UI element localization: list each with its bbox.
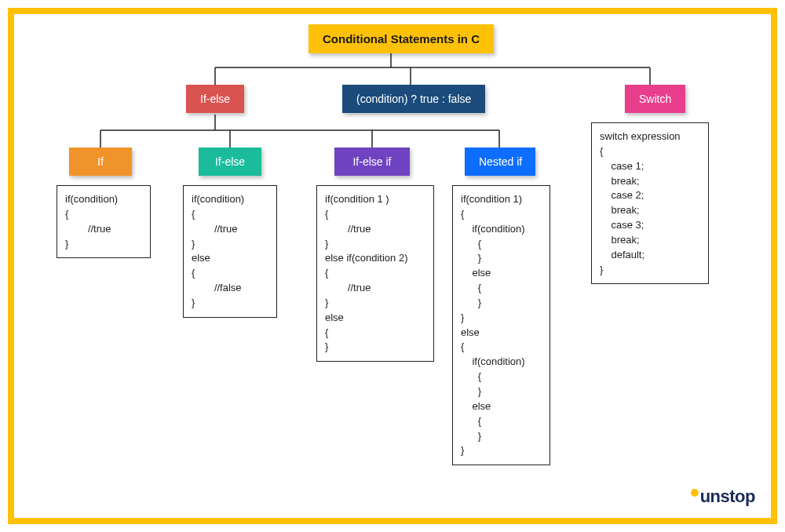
root-node: Conditional Statements in C — [309, 24, 494, 53]
code-nested: if(condition 1) { if(condition) { } else… — [452, 185, 550, 465]
node-nested-if: Nested if — [465, 148, 535, 176]
logo-text: unstop — [700, 486, 755, 506]
node-if: If — [69, 148, 132, 176]
node-ifelse: If-else — [186, 85, 244, 113]
code-if: if(condition) { //true } — [57, 185, 151, 258]
node-ternary: (condition) ? true : false — [342, 85, 485, 113]
brand-logo: unstop — [691, 486, 755, 507]
code-switch: switch expression { case 1; break; case … — [591, 122, 709, 284]
node-switch: Switch — [625, 85, 685, 113]
node-elif: If-else if — [334, 148, 410, 176]
logo-dot-icon — [691, 489, 699, 497]
node-ifelse-sub: If-else — [199, 148, 261, 176]
code-elif: if(condition 1 ) { //true } else if(cond… — [316, 185, 434, 362]
code-ifelse: if(condition) { //true } else { //false … — [183, 185, 277, 318]
